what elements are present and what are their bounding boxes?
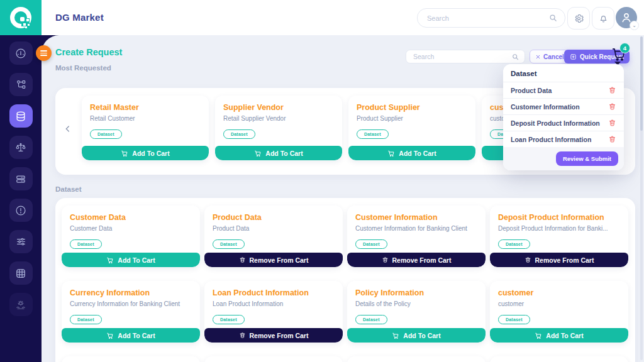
cart-icon bbox=[387, 150, 395, 157]
most-requested-heading: Most Requested bbox=[55, 64, 111, 72]
card-title: Policy Information bbox=[355, 288, 477, 297]
remove-item-button[interactable] bbox=[608, 135, 616, 143]
dataset-badge: Dataset bbox=[355, 315, 387, 324]
card-action-button[interactable]: Remove From Cart bbox=[204, 328, 343, 343]
trash-icon bbox=[382, 256, 389, 263]
card-action-button[interactable]: Add To Cart bbox=[215, 146, 342, 160]
card-action-button[interactable]: Add To Cart bbox=[348, 146, 475, 160]
card-subtitle: customer bbox=[498, 300, 620, 307]
notifications-button[interactable] bbox=[592, 7, 614, 30]
settings-button[interactable] bbox=[567, 7, 590, 30]
card-title: Deposit Product Information bbox=[498, 213, 620, 222]
card-action-button[interactable]: Remove From Cart bbox=[347, 253, 486, 267]
product-card-partial[interactable] bbox=[347, 356, 486, 362]
product-card: Customer Information Customer Informatio… bbox=[347, 206, 486, 267]
sidebar-item-catalog[interactable] bbox=[9, 261, 33, 285]
sidebar-item-governance[interactable] bbox=[9, 136, 33, 159]
card-action-button[interactable]: Remove From Cart bbox=[490, 253, 628, 267]
card-action-label: Add To Cart bbox=[403, 332, 440, 339]
toolbar-search[interactable] bbox=[406, 50, 525, 63]
dataset-heading: Dataset bbox=[55, 185, 82, 193]
servers-icon bbox=[14, 173, 27, 185]
product-card-partial[interactable] bbox=[490, 356, 628, 362]
sidebar-item-datasets[interactable] bbox=[9, 104, 33, 128]
dataset-badge: Dataset bbox=[223, 129, 255, 139]
gear-icon bbox=[574, 13, 584, 24]
sidebar-item-services[interactable] bbox=[9, 293, 33, 316]
card-action-button[interactable]: Add To Cart bbox=[62, 253, 200, 267]
review-submit-button[interactable]: Review & Submit bbox=[556, 151, 618, 166]
cart-item-label: Deposit Product Information bbox=[511, 119, 600, 127]
remove-item-button[interactable] bbox=[608, 86, 616, 94]
product-card-partial[interactable] bbox=[204, 356, 343, 362]
header-search-input[interactable] bbox=[426, 14, 548, 23]
trash-icon bbox=[239, 256, 246, 263]
cart-count-badge: 4 bbox=[619, 43, 630, 53]
card-action-button[interactable]: Add To Cart bbox=[490, 328, 628, 343]
product-card: Retail Master Retail Customer Dataset Ad… bbox=[82, 96, 209, 160]
product-card: Customer Data Customer Data Dataset Add … bbox=[62, 206, 200, 267]
cart-icon bbox=[392, 332, 399, 339]
cart-icon bbox=[106, 256, 114, 264]
sidebar-item-dashboard[interactable] bbox=[9, 41, 33, 65]
sidebar-item-issues[interactable] bbox=[9, 199, 33, 222]
plus-square-icon bbox=[570, 53, 577, 60]
product-card: Supplier Vendor Retail Supplier Vendor D… bbox=[215, 96, 342, 160]
remove-item-button[interactable] bbox=[608, 119, 616, 127]
product-card-partial[interactable] bbox=[62, 356, 200, 362]
dataset-badge: Dataset bbox=[90, 129, 122, 139]
app-logo[interactable] bbox=[0, 0, 42, 35]
menu-toggle-button[interactable] bbox=[36, 45, 52, 61]
card-action-label: Remove From Cart bbox=[250, 332, 309, 339]
cart-item-label: Product Data bbox=[511, 87, 552, 94]
card-subtitle: Customer Information for Banking Client bbox=[355, 225, 477, 232]
sliders-icon bbox=[15, 236, 27, 248]
product-card: customer customer Dataset Add To Cart bbox=[490, 281, 628, 343]
toolbar-search-input[interactable] bbox=[412, 52, 511, 61]
bell-icon bbox=[598, 13, 609, 24]
card-action-button[interactable]: Add To Cart bbox=[82, 146, 209, 160]
cart-item-label: Loan Product Information bbox=[511, 136, 591, 143]
avatar-chevron-down-icon[interactable]: ⌄ bbox=[630, 21, 639, 30]
card-title: Product Supplier bbox=[357, 103, 467, 112]
card-action-button[interactable]: Add To Cart bbox=[347, 328, 486, 343]
product-card: Product Supplier Product Supplier Datase… bbox=[348, 96, 475, 160]
sidebar-item-servers[interactable] bbox=[9, 167, 33, 190]
card-title: Customer Data bbox=[70, 213, 192, 222]
card-title: Supplier Vendor bbox=[223, 103, 334, 112]
scrollbar-thumb[interactable] bbox=[640, 36, 643, 131]
card-title: Product Data bbox=[213, 213, 335, 222]
scales-icon bbox=[14, 141, 27, 154]
search-icon bbox=[548, 13, 558, 23]
card-action-button[interactable]: Remove From Cart bbox=[204, 253, 343, 267]
page-scrollbar[interactable] bbox=[640, 36, 643, 360]
header-search[interactable] bbox=[417, 8, 565, 28]
product-card: Product Data Product Data Dataset Remove… bbox=[204, 206, 343, 267]
dataset-badge: Dataset bbox=[213, 239, 245, 249]
dataset-badge: Dataset bbox=[498, 239, 530, 249]
left-sidebar bbox=[0, 35, 42, 362]
sidebar-item-preferences[interactable] bbox=[9, 230, 33, 253]
card-title: customer bbox=[498, 288, 620, 297]
chevron-left-icon bbox=[63, 124, 73, 134]
remove-item-button[interactable] bbox=[608, 102, 616, 111]
cart-dropdown-title: Dataset bbox=[503, 64, 624, 82]
card-title: Retail Master bbox=[90, 103, 201, 112]
flow-icon bbox=[15, 79, 27, 90]
dataset-badge: Dataset bbox=[70, 315, 102, 324]
card-subtitle: Product Supplier bbox=[357, 115, 467, 122]
trash-icon bbox=[608, 119, 616, 127]
carousel-prev-button[interactable] bbox=[63, 124, 73, 134]
card-subtitle: Details of the Policy bbox=[355, 300, 477, 307]
card-subtitle: Loan Product Information bbox=[213, 300, 335, 307]
card-action-label: Add To Cart bbox=[118, 332, 155, 339]
sidebar-item-lineage[interactable] bbox=[9, 73, 33, 96]
card-action-label: Add To Cart bbox=[399, 150, 436, 157]
page-title: Create Request bbox=[55, 47, 122, 57]
card-title: Loan Product Information bbox=[213, 288, 335, 297]
card-action-button[interactable]: Add To Cart bbox=[62, 328, 200, 343]
product-card: Currency Information Currency Informatio… bbox=[62, 281, 200, 343]
services-icon bbox=[14, 299, 27, 311]
database-icon bbox=[14, 110, 27, 123]
cart-icon bbox=[535, 332, 542, 339]
